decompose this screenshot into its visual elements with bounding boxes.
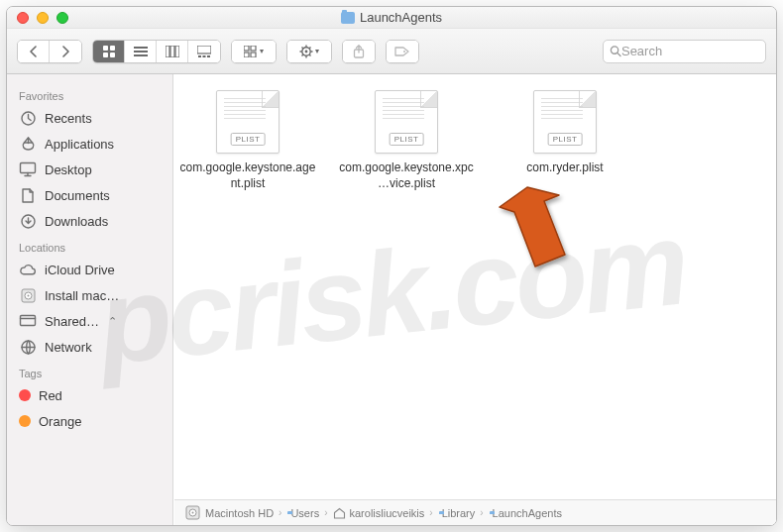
path-separator-icon: › — [480, 507, 483, 518]
svg-line-24 — [302, 47, 303, 48]
content-area[interactable]: PLISTcom.google.keystone.agent.plistPLIS… — [173, 74, 776, 525]
sidebar-item[interactable]: Orange — [7, 408, 172, 434]
svg-rect-7 — [166, 46, 169, 57]
sidebar-item-label: Install mac… — [45, 288, 119, 303]
apps-icon — [19, 135, 37, 153]
action-button[interactable]: ▾ — [287, 41, 331, 62]
svg-point-19 — [305, 50, 308, 53]
search-input[interactable] — [621, 44, 759, 58]
network-icon — [19, 338, 37, 356]
sidebar-item[interactable]: Red — [7, 382, 172, 408]
sidebar-item[interactable]: Desktop — [7, 157, 172, 182]
sidebar-item-label: Shared… — [45, 314, 99, 329]
sidebar-item[interactable]: Install mac… — [7, 282, 172, 308]
share-button[interactable] — [343, 41, 375, 62]
sidebar-item-label: Desktop — [45, 162, 92, 177]
view-group — [92, 40, 221, 63]
sidebar-item[interactable]: Shared…⌃ — [7, 308, 172, 334]
share-group — [342, 40, 376, 63]
list-view-button[interactable] — [125, 41, 157, 62]
minimize-button[interactable] — [37, 12, 49, 24]
svg-rect-6 — [134, 54, 148, 56]
file-item[interactable]: PLISTcom.ryder.plist — [501, 90, 629, 191]
sidebar-item-label: Recents — [45, 111, 92, 126]
sidebar-item[interactable]: Applications — [7, 131, 172, 157]
svg-rect-5 — [134, 51, 148, 53]
sidebar: FavoritesRecentsApplicationsDesktopDocum… — [7, 74, 173, 525]
svg-rect-0 — [103, 46, 108, 51]
file-item[interactable]: PLISTcom.google.keystone.agent.plist — [183, 90, 312, 191]
sidebar-section-title: Locations — [7, 234, 172, 257]
svg-rect-13 — [207, 55, 210, 57]
plist-file-icon: PLIST — [216, 90, 280, 154]
arrange-button[interactable]: ▾ — [232, 41, 276, 62]
path-segment[interactable]: Library — [438, 507, 476, 519]
icon-view-button[interactable] — [93, 41, 125, 62]
chevron-down-icon: ▾ — [315, 47, 319, 55]
svg-rect-12 — [203, 55, 206, 57]
plist-file-icon: PLIST — [375, 90, 438, 154]
arrange-group: ▾ — [231, 40, 277, 63]
sidebar-section-title: Favorites — [7, 82, 172, 105]
window-title-text: LaunchAgents — [360, 10, 442, 25]
svg-point-37 — [27, 294, 29, 296]
svg-rect-2 — [103, 53, 108, 57]
sidebar-item[interactable]: Network — [7, 334, 172, 360]
sidebar-item[interactable]: Recents — [7, 105, 172, 131]
plist-file-icon: PLIST — [533, 90, 597, 154]
svg-rect-38 — [21, 316, 36, 326]
path-label: LaunchAgents — [493, 507, 562, 519]
sidebar-item-label: Downloads — [45, 214, 108, 229]
svg-rect-15 — [251, 46, 256, 51]
file-grid: PLISTcom.google.keystone.agent.plistPLIS… — [183, 90, 766, 191]
sidebar-item[interactable]: iCloud Drive — [7, 257, 172, 282]
icloud-icon — [19, 261, 37, 278]
sidebar-section-title: Tags — [7, 360, 172, 382]
forward-button[interactable] — [50, 41, 81, 62]
expand-icon[interactable]: ⌃ — [108, 315, 117, 328]
path-segment[interactable]: LaunchAgents — [489, 507, 562, 519]
tags-group — [386, 40, 419, 63]
tags-button[interactable] — [387, 41, 418, 62]
file-label: com.google.keystone.agent.plist — [178, 160, 317, 191]
svg-rect-17 — [251, 53, 256, 57]
path-segment[interactable]: Macintosh HD — [184, 504, 274, 521]
file-item[interactable]: PLISTcom.google.keystone.xpc…vice.plist — [342, 90, 471, 191]
svg-rect-1 — [110, 46, 115, 51]
svg-rect-11 — [198, 55, 201, 57]
column-view-button[interactable] — [157, 41, 188, 62]
svg-rect-8 — [170, 46, 174, 57]
close-button[interactable] — [17, 12, 29, 24]
tag-dot-icon — [19, 389, 31, 401]
svg-line-31 — [617, 53, 620, 55]
disk-icon — [19, 286, 37, 304]
file-label: com.ryder.plist — [496, 160, 634, 175]
sidebar-item-label: Applications — [45, 137, 114, 152]
path-segment[interactable]: karolisliucveikis — [333, 507, 425, 519]
path-separator-icon: › — [279, 507, 281, 518]
svg-point-29 — [403, 51, 405, 53]
svg-rect-33 — [21, 163, 36, 173]
search-icon — [610, 45, 621, 57]
nav-group — [17, 40, 82, 63]
maximize-button[interactable] — [56, 12, 68, 24]
file-type-badge: PLIST — [231, 133, 266, 146]
svg-line-27 — [302, 54, 303, 55]
path-segment[interactable]: Users — [286, 507, 319, 519]
sidebar-item[interactable]: Downloads — [7, 208, 172, 234]
back-button[interactable] — [18, 41, 50, 62]
search-field-wrap[interactable] — [603, 40, 766, 63]
svg-line-25 — [309, 54, 310, 55]
sidebar-item[interactable]: Documents — [7, 182, 172, 208]
path-separator-icon: › — [429, 507, 432, 518]
path-label: Users — [290, 507, 319, 519]
sidebar-item-label: Orange — [39, 414, 81, 429]
sidebar-item-label: Red — [39, 388, 62, 403]
shared-icon — [19, 312, 37, 330]
finder-window: LaunchAgents — [6, 6, 777, 526]
svg-rect-3 — [110, 53, 115, 57]
gallery-view-button[interactable] — [188, 41, 220, 62]
sidebar-item-label: iCloud Drive — [45, 263, 115, 277]
file-type-badge: PLIST — [390, 133, 424, 146]
svg-rect-9 — [175, 46, 179, 57]
